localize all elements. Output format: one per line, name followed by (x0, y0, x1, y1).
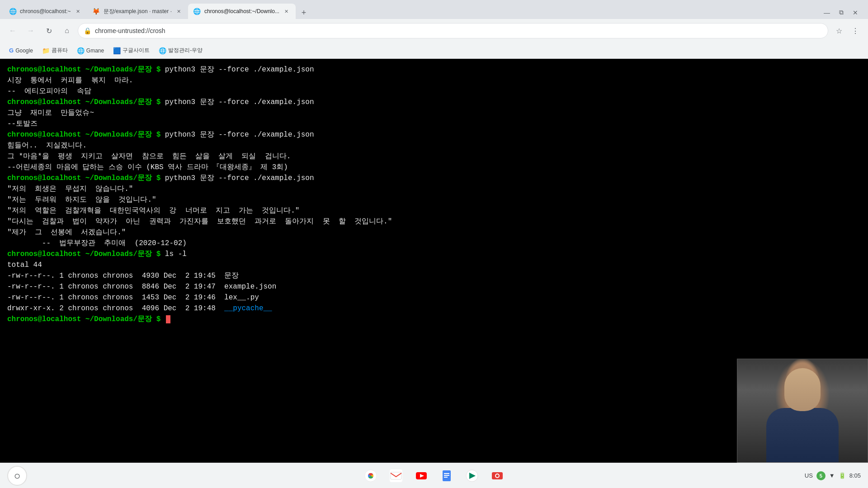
terminal-output-15: -rw-r--r--. 1 chronos chronos 4930 Dec 2… (7, 270, 861, 281)
taskbar-play[interactable] (462, 466, 482, 486)
taskbar-gmail[interactable] (386, 466, 406, 486)
terminal-output-17: -rw-r--r--. 1 chronos chronos 1453 Dec 2… (7, 292, 861, 303)
browser-menu-button[interactable]: ⋮ (848, 24, 863, 38)
pycache-text: __pycache__ (224, 304, 272, 313)
sites-icon: 🟦 (113, 47, 121, 54)
terminal-line-final: chronos@localhost ~/Downloads/문장 $ (7, 314, 861, 325)
home-button[interactable]: ⌂ (60, 24, 74, 38)
cmd-2: python3 문장 --force ./example.json (160, 98, 314, 106)
launcher-button[interactable]: ○ (7, 466, 27, 486)
gmail-icon (390, 469, 402, 482)
bookmark-google-sites[interactable]: 🟦 구글사이트 (109, 45, 153, 56)
tab-1-close[interactable]: ✕ (75, 8, 82, 15)
taskbar-chrome[interactable] (361, 466, 381, 486)
minimize-button[interactable]: — (821, 8, 833, 17)
tab-bar: 🌐 chronos@localhost:~ ✕ 🦊 문장/example.jso… (0, 0, 868, 19)
prompt-3: chronos@localhost ~/Downloads/문장 $ (7, 131, 160, 139)
terminal-output-6: 그 *마음*을 평생 지키고 살자면 참으로 힘든 삶을 살게 되실 겁니다. (7, 151, 861, 162)
cmd-1: python3 문장 --force ./example.json (160, 66, 314, 74)
svg-rect-9 (444, 475, 449, 476)
bookmark-google-label: Google (15, 47, 33, 54)
terminal[interactable]: chronos@localhost ~/Downloads/문장 $ pytho… (0, 59, 868, 463)
gmane-icon: 🌐 (77, 47, 85, 54)
terminal-output-18: drwxr-xr-x. 2 chronos chronos 4096 Dec 2… (7, 303, 861, 314)
bookmark-computer-label: 콤퓨타 (52, 47, 68, 54)
bookmark-gmane[interactable]: 🌐 Gmane (73, 45, 108, 56)
taskbar-docs[interactable] (437, 466, 457, 486)
bookmark-farm-label: 발정관리-우양 (168, 47, 203, 54)
bookmark-farm[interactable]: 🌐 발정관리-우양 (155, 45, 206, 56)
video-head (784, 368, 821, 411)
terminal-line-2: chronos@localhost ~/Downloads/문장 $ pytho… (7, 97, 861, 108)
svg-rect-8 (444, 473, 449, 474)
terminal-output-11: "다시는 검찰과 법이 약자가 아닌 권력과 가진자를 보호했던 과거로 돌아가… (7, 216, 861, 227)
notification-badge: 5 (816, 471, 826, 480)
terminal-output-5: 힘들어.. 지실겠니다. (7, 140, 861, 151)
prompt-final: chronos@localhost ~/Downloads/문장 $ (7, 315, 160, 323)
nav-bar: ← → ↻ ⌂ 🔒 chrome-untrusted://crosh ☆ ⋮ (0, 19, 868, 43)
folder-icon: 📁 (42, 47, 50, 54)
terminal-line-4: chronos@localhost ~/Downloads/문장 $ pytho… (7, 173, 861, 184)
taskbar-youtube[interactable] (411, 466, 431, 486)
cmd-final (160, 315, 165, 323)
video-app-icon (491, 469, 504, 482)
maximize-button[interactable]: ⧉ (836, 8, 846, 17)
bookmark-gmane-label: Gmane (86, 47, 104, 54)
time-display: 8:05 (849, 472, 861, 479)
bookmark-google[interactable]: G Google (5, 45, 37, 56)
svg-rect-10 (444, 477, 448, 478)
close-button[interactable]: ✕ (850, 8, 861, 17)
new-tab-button[interactable]: + (297, 6, 310, 19)
google-icon: G (9, 47, 14, 54)
reload-button[interactable]: ↻ (42, 24, 56, 38)
taskbar: ○ (0, 463, 868, 488)
tab-2-favicon: 🦊 (93, 8, 100, 15)
terminal-line-1: chronos@localhost ~/Downloads/문장 $ pytho… (7, 64, 861, 75)
nav-right-buttons: ☆ ⋮ (832, 24, 863, 38)
cursor-blink (166, 315, 170, 323)
address-text: chrome-untrusted://crosh (95, 27, 822, 34)
video-content (737, 359, 868, 462)
bookmark-google-sites-label: 구글사이트 (123, 47, 150, 54)
tab-2-title: 문장/example.json · master · (104, 8, 172, 15)
terminal-output-13: -- 법무부장관 추미애 (2020-12-02) (7, 238, 861, 249)
svg-point-15 (496, 474, 499, 477)
tab-1-favicon: 🌐 (9, 8, 16, 15)
window-controls: — ⧉ ✕ (821, 8, 864, 19)
terminal-output-1: 시장 통에서 커피를 볶지 마라. (7, 75, 861, 86)
wifi-icon: ▼ (829, 472, 835, 479)
launcher[interactable]: ○ (7, 466, 27, 486)
terminal-output-12: "제가 그 선봉에 서겠습니다." (7, 227, 861, 238)
address-bar[interactable]: 🔒 chrome-untrusted://crosh (78, 23, 828, 38)
terminal-output-9: "저는 두려워 하지도 않을 것입니다." (7, 194, 861, 205)
battery-icon: 🔋 (839, 472, 846, 479)
video-overlay[interactable] (737, 359, 868, 463)
tab-2[interactable]: 🦊 문장/example.json · master · ✕ (87, 4, 188, 19)
cmd-5: ls -l (160, 250, 187, 258)
forward-button[interactable]: → (24, 24, 38, 38)
bookmark-page-button[interactable]: ☆ (832, 24, 846, 38)
svg-rect-4 (391, 472, 401, 479)
terminal-output-7: --어린세종의 마음에 답하는 스승 이수 (KBS 역사 드라마 『대왕세종』… (7, 162, 861, 173)
taskbar-video-app[interactable] (487, 466, 507, 486)
taskbar-status: US 5 ▼ 🔋 8:05 (805, 471, 861, 480)
youtube-icon (415, 469, 428, 482)
terminal-output-2: -- 에티오피아의 속담 (7, 86, 861, 97)
back-button[interactable]: ← (5, 24, 20, 38)
tab-3-close[interactable]: ✕ (283, 8, 290, 15)
tab-3-title: chronos@localhost:~/Downlo... (204, 8, 279, 14)
terminal-output-8: "저의 희생은 무섭지 않습니다." (7, 184, 861, 194)
prompt-2: chronos@localhost ~/Downloads/문장 $ (7, 98, 160, 106)
tab-1[interactable]: 🌐 chronos@localhost:~ ✕ (4, 4, 87, 19)
docs-icon (440, 469, 453, 482)
prompt-5: chronos@localhost ~/Downloads/문장 $ (7, 250, 160, 258)
bookmarks-bar: G Google 📁 콤퓨타 🌐 Gmane 🟦 구글사이트 🌐 발정관리-우양 (0, 43, 868, 59)
tab-3[interactable]: 🌐 chronos@localhost:~/Downlo... ✕ (188, 4, 296, 19)
bookmark-computer[interactable]: 📁 콤퓨타 (38, 45, 71, 56)
farm-icon: 🌐 (159, 47, 166, 54)
cmd-3: python3 문장 --force ./example.json (160, 131, 314, 139)
battery-level: 5 (820, 473, 822, 479)
tab-1-title: chronos@localhost:~ (20, 8, 71, 14)
tab-2-close[interactable]: ✕ (175, 8, 183, 15)
chrome-icon (364, 469, 377, 482)
